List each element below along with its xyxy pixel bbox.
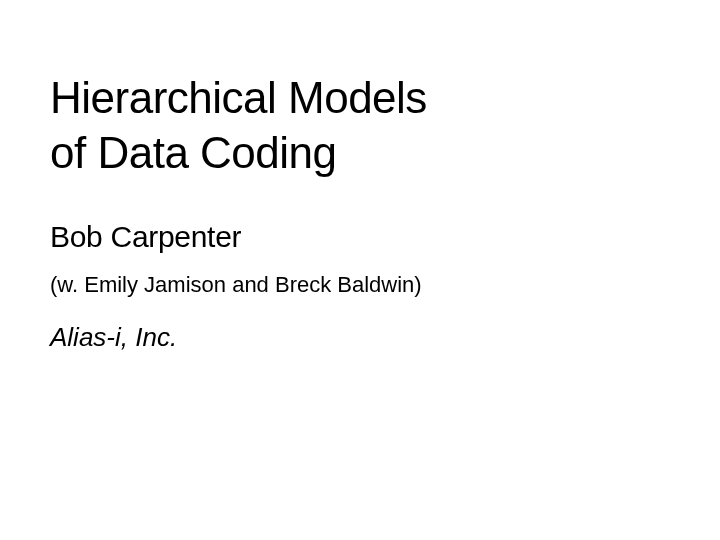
title-line-2: of Data Coding bbox=[50, 125, 670, 180]
author-name: Bob Carpenter bbox=[50, 220, 670, 254]
affiliation: Alias-i, Inc. bbox=[50, 322, 670, 353]
slide-title: Hierarchical Models of Data Coding bbox=[50, 70, 670, 180]
coauthors: (w. Emily Jamison and Breck Baldwin) bbox=[50, 272, 670, 298]
title-line-1: Hierarchical Models bbox=[50, 70, 670, 125]
